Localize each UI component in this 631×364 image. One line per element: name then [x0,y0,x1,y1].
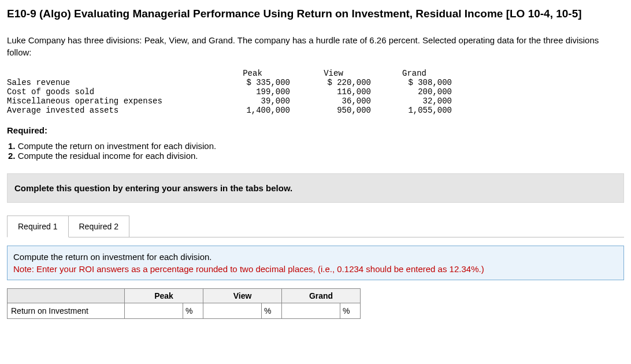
answer-row-label: Return on Investment [8,303,125,318]
prompt-line: Compute the return on investment for eac… [13,251,618,263]
tabs: Required 1 Required 2 [7,216,624,237]
answer-header-view: View [203,288,282,303]
unit-label: % [262,303,282,318]
intro-text: Luke Company has three divisions: Peak, … [7,34,624,58]
unit-label: % [183,303,203,318]
table-row: Cost of goods sold 199,000 116,000 200,0… [7,87,458,96]
col-header-view: View [296,69,377,78]
answer-table: Peak View Grand Return on Investment % %… [7,288,361,319]
answer-header-grand: Grand [282,288,361,303]
prompt-box: Compute the return on investment for eac… [7,246,624,280]
required-heading: Required: [7,125,624,135]
col-header-grand: Grand [377,69,458,78]
roi-input-peak[interactable] [125,303,183,318]
tab-required-2[interactable]: Required 2 [68,216,130,237]
answer-header-blank [8,288,125,303]
roi-input-grand[interactable] [282,303,340,318]
roi-input-view[interactable] [203,303,261,318]
instruction-bar: Complete this question by entering your … [7,173,624,203]
exercise-title: E10-9 (Algo) Evaluating Managerial Perfo… [7,7,624,21]
table-row: Sales revenue $ 335,000 $ 220,000 $ 308,… [7,78,458,87]
col-header-peak: Peak [215,69,296,78]
table-row: Miscellaneous operating expenses 39,000 … [7,96,458,106]
unit-label: % [340,303,361,318]
table-row: Average invested assets 1,400,000 950,00… [7,106,458,115]
answer-header-peak: Peak [125,288,203,303]
required-list: 1. Compute the return on investment for … [7,141,624,161]
tab-required-1[interactable]: Required 1 [7,216,69,237]
operating-data-table: Peak View Grand Sales revenue $ 335,000 … [7,69,458,115]
prompt-note: Note: Enter your ROI answers as a percen… [13,263,618,275]
